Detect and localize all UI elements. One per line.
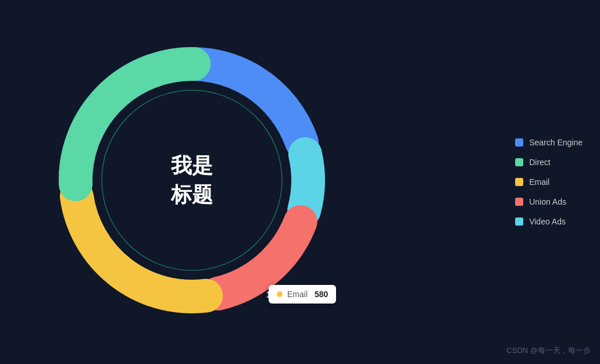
tooltip-dot xyxy=(277,291,283,297)
legend-dot-union-ads xyxy=(515,198,523,206)
legend-dot-direct xyxy=(515,158,523,166)
legend-item-video-ads[interactable]: Video Ads xyxy=(515,217,583,226)
donut-chart[interactable]: 我是 标题 xyxy=(47,35,337,326)
segment-video-ads[interactable] xyxy=(304,154,308,210)
legend-label-direct: Direct xyxy=(529,158,551,167)
donut-svg xyxy=(47,35,337,326)
legend-dot-email xyxy=(515,178,523,186)
legend-label-video-ads: Video Ads xyxy=(529,217,566,226)
tooltip: Email 580 xyxy=(269,285,336,304)
legend-item-email[interactable]: Email xyxy=(515,177,583,187)
legend-label-union-ads: Union Ads xyxy=(529,197,566,206)
tooltip-value: 580 xyxy=(315,290,328,299)
watermark: CSDN @每一天，每一步 xyxy=(506,345,591,356)
legend-label-search-engine: Search Engine xyxy=(529,138,583,147)
legend-item-union-ads[interactable]: Union Ads xyxy=(515,197,583,206)
legend-dot-video-ads xyxy=(515,217,523,226)
legend: Search Engine Direct Email Union Ads Vid… xyxy=(515,138,583,226)
tooltip-label: Email xyxy=(287,290,308,299)
legend-item-search-engine[interactable]: Search Engine xyxy=(515,138,583,147)
legend-item-direct[interactable]: Direct xyxy=(515,158,583,167)
legend-dot-search-engine xyxy=(515,138,523,147)
inner-fill xyxy=(94,83,290,278)
legend-label-email: Email xyxy=(529,177,549,187)
